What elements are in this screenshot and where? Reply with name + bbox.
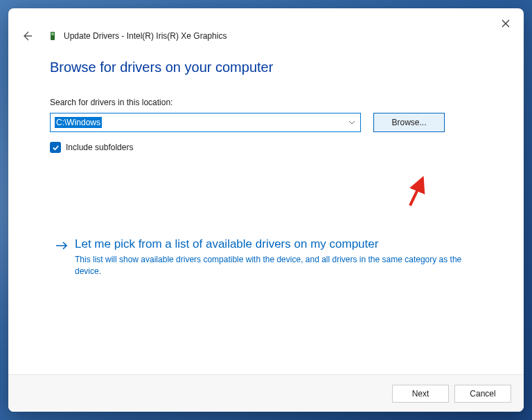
include-subfolders-checkbox[interactable] — [50, 142, 61, 153]
path-value: C:\Windows — [51, 113, 344, 131]
pick-from-list-description: This list will show available drivers co… — [75, 254, 463, 278]
pick-from-list-title: Let me pick from a list of available dri… — [75, 237, 463, 251]
search-location-label: Search for drivers in this location: — [50, 98, 496, 107]
close-button[interactable] — [497, 15, 514, 32]
update-drivers-dialog: Update Drivers - Intel(R) Iris(R) Xe Gra… — [8, 8, 524, 412]
dropdown-caret[interactable] — [344, 113, 360, 131]
back-button[interactable] — [21, 30, 33, 42]
chevron-down-icon — [348, 120, 355, 125]
device-icon — [47, 30, 58, 42]
back-arrow-icon — [21, 30, 33, 42]
next-button[interactable]: Next — [392, 385, 449, 403]
content-area: Browse for drivers on your computer Sear… — [8, 43, 524, 374]
browse-button[interactable]: Browse... — [373, 113, 445, 132]
window-title: Update Drivers - Intel(R) Iris(R) Xe Gra… — [64, 31, 227, 41]
titlebar: Update Drivers - Intel(R) Iris(R) Xe Gra… — [8, 8, 524, 43]
dialog-footer: Next Cancel — [8, 374, 524, 412]
close-icon — [502, 19, 510, 28]
right-arrow-icon — [55, 239, 68, 278]
include-subfolders-label: Include subfolders — [66, 143, 133, 152]
pick-from-list-option[interactable]: Let me pick from a list of available dri… — [50, 232, 496, 285]
page-heading: Browse for drivers on your computer — [50, 60, 496, 75]
path-combobox[interactable]: C:\Windows — [50, 113, 361, 132]
svg-rect-1 — [51, 33, 54, 35]
checkmark-icon — [52, 144, 60, 152]
cancel-button[interactable]: Cancel — [454, 385, 511, 403]
